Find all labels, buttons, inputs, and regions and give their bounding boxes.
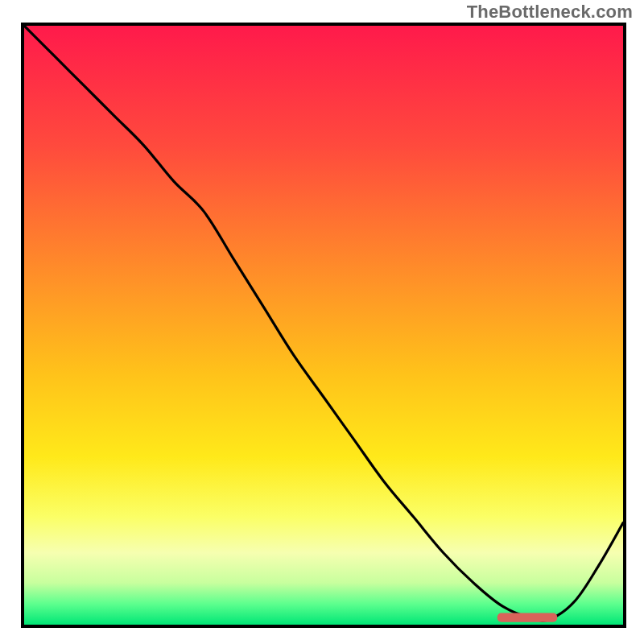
chart-container: TheBottleneck.com	[0, 0, 644, 644]
optimal-marker	[497, 613, 557, 621]
plot-frame	[21, 23, 626, 628]
attribution-label: TheBottleneck.com	[467, 2, 633, 23]
plot-svg	[24, 26, 623, 625]
